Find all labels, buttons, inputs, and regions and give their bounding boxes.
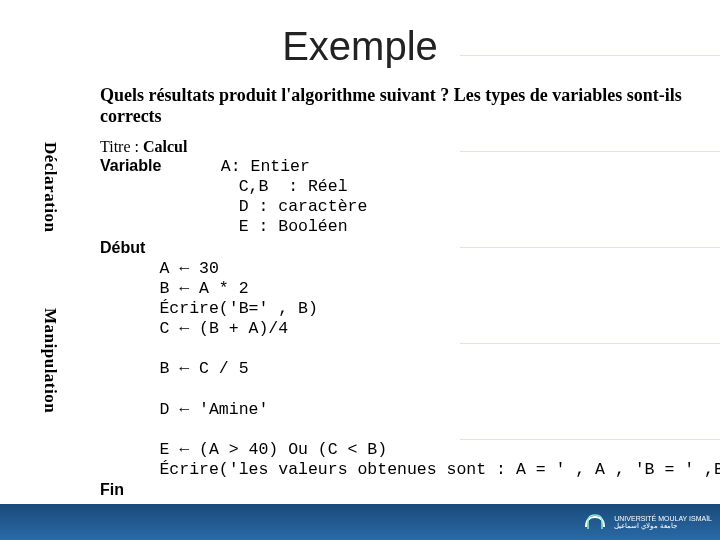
stmt-4: C ← (B + A)/4 bbox=[159, 319, 288, 338]
type-cb: C,B : Réel bbox=[239, 177, 348, 196]
umi-logo-icon bbox=[582, 509, 608, 535]
titre-value: Calcul bbox=[143, 138, 187, 155]
type-e: E : Booléen bbox=[239, 217, 348, 236]
type-d: D : caractère bbox=[239, 197, 368, 216]
stmt-1: A ← 30 bbox=[159, 259, 218, 278]
stmt-2: B ← A * 2 bbox=[159, 279, 248, 298]
stmt-3: Écrire('B=' , B) bbox=[159, 299, 317, 318]
footer-line1: UNIVERSITÉ MOULAY ISMAÏL bbox=[614, 515, 712, 522]
footer-logo-block: UNIVERSITÉ MOULAY ISMAÏL جامعة مولاي اسم… bbox=[582, 509, 712, 535]
keyword-fin: Fin bbox=[100, 481, 124, 498]
stmt-7: E ← (A > 40) Ou (C < B) bbox=[159, 440, 387, 459]
stmt-5: B ← C / 5 bbox=[159, 359, 248, 378]
declaration-label: Déclaration bbox=[40, 142, 60, 232]
type-a: A: Entier bbox=[221, 157, 310, 176]
algorithm-title-line: Titre : Calcul bbox=[100, 138, 187, 156]
keyword-variable: Variable bbox=[100, 157, 161, 174]
footer-text: UNIVERSITÉ MOULAY ISMAÏL جامعة مولاي اسم… bbox=[614, 515, 712, 530]
stmt-8: Écrire('les valeurs obtenues sont : A = … bbox=[159, 460, 720, 479]
algorithm-code: Variable A: Entier C,B : Réel D : caract… bbox=[100, 156, 700, 501]
footer-line2: جامعة مولاي اسماعيل bbox=[614, 522, 712, 529]
footer: UNIVERSITÉ MOULAY ISMAÏL جامعة مولاي اسم… bbox=[0, 504, 720, 540]
slide-title: Exemple bbox=[0, 24, 720, 69]
stmt-6: D ← 'Amine' bbox=[159, 400, 268, 419]
manipulation-label: Manipulation bbox=[40, 308, 60, 413]
question-text: Quels résultats produit l'algorithme sui… bbox=[100, 85, 700, 126]
keyword-debut: Début bbox=[100, 239, 145, 256]
titre-label: Titre : bbox=[100, 138, 139, 155]
